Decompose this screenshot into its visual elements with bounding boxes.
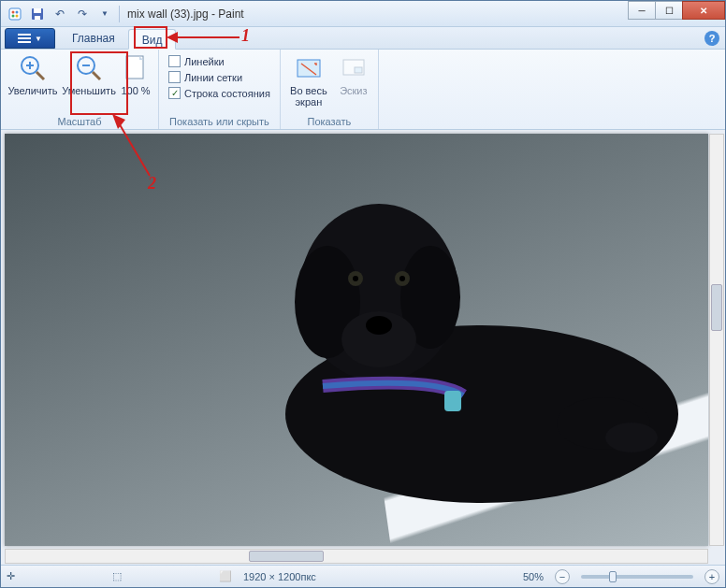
thumbnail-button[interactable]: Эскиз [333,51,374,98]
checkbox-checked-icon: ✓ [168,87,181,99]
svg-point-31 [366,316,392,335]
thumbnail-label: Эскиз [340,85,367,96]
redo-icon[interactable]: ↷ [72,4,93,24]
svg-point-34 [605,423,658,452]
titlebar: ↶ ↷ ▼ mix wall (33).jpg - Paint ─ ☐ ✕ [1,1,725,27]
zoom-100-label: 100 % [121,85,150,96]
ribbon: Увеличить Уменьшить 100 % Масштаб [1,50,725,130]
zoom-group-label: Масштаб [1,114,158,129]
ribbon-group-zoom: Увеличить Уменьшить 100 % Масштаб [1,50,159,129]
display-group-label: Показать [281,114,378,129]
window-title: mix wall (33).jpg - Paint [127,7,629,21]
svg-point-2 [16,10,19,13]
thumbnail-icon [339,53,369,83]
zoom-slider-thumb[interactable] [609,571,617,582]
app-icon[interactable] [5,4,25,24]
scrollbar-thumb[interactable] [711,284,722,331]
paint-window: ↶ ↷ ▼ mix wall (33).jpg - Paint ─ ☐ ✕ ▼ … [0,0,726,588]
statusbar: ✛ ⬚ ⬜ 1920 × 1200пкс 50% − + [1,565,725,587]
zoom-level: 50% [523,571,544,582]
svg-point-29 [353,276,358,281]
help-icon[interactable]: ? [704,31,719,46]
svg-point-1 [12,10,15,13]
checkbox-unchecked-icon [168,71,181,83]
svg-rect-8 [18,34,31,36]
statusbar-checkbox[interactable]: ✓ Строка состояния [168,87,270,99]
zoom-slider[interactable] [581,575,693,579]
zoom-in-status-button[interactable]: + [704,569,719,584]
page-icon [121,53,151,83]
zoom-out-status-button[interactable]: − [555,569,570,584]
cursor-position-icon: ✛ [7,570,15,582]
separator [119,6,120,22]
horizontal-scrollbar[interactable] [5,549,708,564]
window-controls: ─ ☐ ✕ [629,1,725,20]
ribbon-group-show: Линейки Линии сетки ✓ Строка состояния П… [159,50,281,129]
selection-size-icon: ⬚ [112,570,122,582]
fullscreen-label: Во весь экран [288,85,329,108]
quick-access-toolbar: ↶ ↷ ▼ [5,4,122,24]
image-content-dog [173,152,697,508]
gridlines-checkbox[interactable]: Линии сетки [168,71,270,83]
svg-rect-21 [355,67,362,73]
gridlines-label: Линии сетки [184,72,242,83]
zoom-in-label: Увеличить [7,85,57,96]
tab-view[interactable]: Вид [128,29,177,50]
zoom-out-button[interactable]: Уменьшить [61,51,117,98]
save-icon[interactable] [27,4,48,24]
svg-line-16 [93,72,100,79]
tab-home[interactable]: Главная [59,28,128,49]
menu-icon [18,34,31,43]
ribbon-tabs: ▼ Главная Вид ? [1,27,725,50]
svg-rect-32 [444,391,461,411]
ribbon-group-display: Во весь экран Эскиз Показать [281,50,379,129]
svg-point-3 [12,14,15,17]
fullscreen-button[interactable]: Во весь экран [284,51,333,109]
svg-point-4 [16,14,19,17]
zoom-100-button[interactable]: 100 % [117,51,154,98]
show-group-label: Показать или скрыть [159,114,280,129]
vertical-scrollbar[interactable] [709,134,724,546]
scrollbar-thumb[interactable] [249,551,324,562]
chevron-down-icon: ▼ [35,35,42,43]
svg-rect-9 [18,37,31,39]
maximize-button[interactable]: ☐ [655,1,683,20]
checkbox-unchecked-icon [168,55,181,67]
zoom-out-icon [74,53,104,83]
svg-rect-0 [9,8,21,20]
canvas-area [1,130,725,565]
fullscreen-icon [294,53,324,83]
close-button[interactable]: ✕ [682,1,725,20]
svg-point-30 [399,276,405,281]
image-size-icon: ⬜ [219,570,232,582]
zoom-out-label: Уменьшить [62,85,116,96]
zoom-in-button[interactable]: Увеличить [5,51,61,98]
qat-dropdown-icon[interactable]: ▼ [94,4,115,24]
svg-rect-19 [298,60,320,77]
rulers-label: Линейки [184,56,225,67]
svg-rect-6 [34,8,41,13]
image-canvas[interactable] [5,134,708,546]
minimize-button[interactable]: ─ [628,1,656,20]
svg-rect-7 [35,16,40,20]
image-dimensions: 1920 × 1200пкс [243,571,316,582]
undo-icon[interactable]: ↶ [50,4,70,24]
svg-line-12 [36,72,44,79]
zoom-in-icon [18,53,48,83]
statusbar-label: Строка состояния [184,88,270,99]
file-menu-button[interactable]: ▼ [5,28,55,49]
svg-rect-10 [18,41,31,43]
rulers-checkbox[interactable]: Линейки [168,55,270,67]
